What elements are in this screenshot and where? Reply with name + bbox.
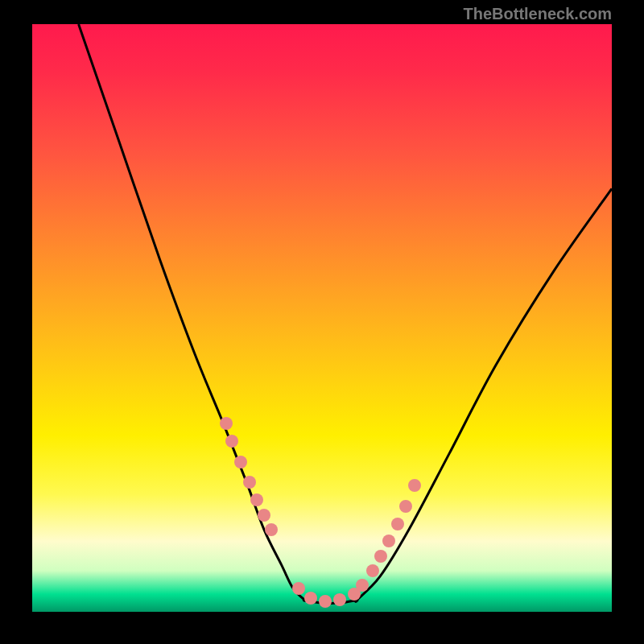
chart-container: TheBottleneck.com — [0, 0, 644, 644]
scatter-dot — [356, 579, 369, 592]
scatter-dot — [250, 493, 263, 506]
scatter-dot — [408, 479, 421, 492]
scatter-dot — [234, 456, 247, 469]
plot-area — [32, 24, 612, 612]
scatter-dot — [374, 550, 387, 563]
bottleneck-curve — [79, 24, 612, 604]
scatter-dot — [220, 417, 233, 430]
scatter-dot — [366, 564, 379, 577]
curve-layer — [32, 24, 612, 612]
scatter-dot — [304, 592, 317, 605]
scatter-dot — [225, 435, 238, 448]
scatter-dot — [258, 509, 270, 522]
scatter-dot — [382, 535, 395, 547]
watermark-text: TheBottleneck.com — [464, 5, 612, 23]
scatter-dot — [292, 582, 305, 595]
scatter-dot — [333, 593, 346, 606]
scatter-dot — [399, 500, 412, 513]
scatter-dot — [391, 518, 404, 530]
scatter-dot — [319, 595, 332, 608]
scatter-dot — [265, 523, 278, 536]
scatter-dot — [243, 476, 256, 489]
